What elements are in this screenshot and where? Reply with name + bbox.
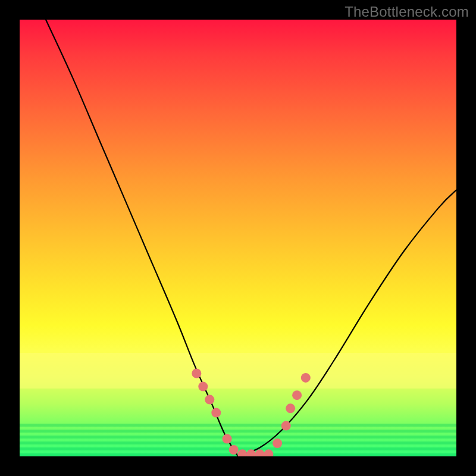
watermark-text: TheBottleneck.com bbox=[345, 4, 469, 20]
scatter-dot bbox=[255, 449, 265, 456]
scatter-dot bbox=[273, 439, 282, 448]
scatter-dot bbox=[229, 445, 239, 455]
scatter-dot bbox=[192, 369, 201, 378]
scatter-dot bbox=[286, 403, 295, 413]
scatter-dot bbox=[211, 408, 221, 418]
plot-area bbox=[20, 20, 456, 456]
bottleneck-curve-left bbox=[46, 20, 238, 456]
scatter-dot bbox=[205, 395, 214, 405]
bottleneck-curve-right bbox=[238, 190, 456, 456]
scatter-dot bbox=[292, 390, 302, 400]
scatter-dots bbox=[192, 369, 311, 457]
chart-frame: TheBottleneck.com bbox=[0, 0, 476, 476]
scatter-dot bbox=[198, 382, 208, 392]
scatter-dot bbox=[223, 434, 232, 444]
scatter-dot bbox=[301, 373, 311, 383]
scatter-dot bbox=[264, 449, 273, 456]
scatter-dot bbox=[281, 421, 291, 431]
curve-layer bbox=[20, 20, 456, 456]
scatter-dot bbox=[237, 449, 247, 456]
